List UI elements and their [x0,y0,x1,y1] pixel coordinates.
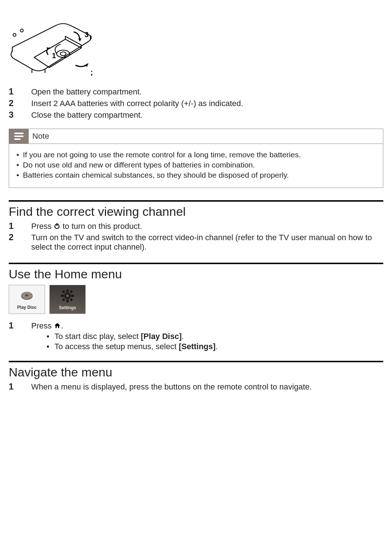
step-text: Press . [31,321,63,331]
note-text: If you are not going to use the remote c… [23,150,301,159]
note-title: Note [32,132,49,141]
svg-point-3 [20,29,23,32]
home-menu-tiles: Play Disc Settings [9,285,383,314]
battery-steps-list: 1 Open the battery compartment. 2 Insert… [9,86,383,120]
step-text-prefix: Press [31,321,54,330]
step-text-suffix: to turn on this product. [62,222,142,231]
viewing-step: 2 Turn on the TV and switch to the corre… [9,232,383,252]
note-item: • Batteries contain chemical substances,… [13,171,379,179]
note-item: • Do not use old and new or different ty… [13,161,379,169]
svg-text:3: 3 [85,31,89,39]
bullet-text: To access the setup menus, select [Setti… [54,342,218,351]
navigate-step: 1 When a menu is displayed, press the bu… [9,382,383,392]
svg-rect-15 [61,295,64,297]
step-text: Press to turn on this product. [31,222,142,231]
step-text-suffix: . [61,321,63,330]
note-header: Note [9,129,383,144]
home-sub-bullet: • To access the setup menus, select [Set… [41,342,383,351]
svg-rect-13 [66,289,69,292]
disc-icon [20,289,34,303]
svg-rect-18 [70,290,73,294]
gear-icon [60,288,75,303]
bullet-prefix: To start disc play, select [54,332,141,341]
section-title-navigate: Navigate the menu [9,365,383,379]
svg-text:2: 2 [91,69,92,76]
battery-step: 2 Insert 2 AAA batteries with correct po… [9,98,383,108]
step-text: Open the battery compartment. [31,87,142,97]
step-number: 1 [9,221,31,231]
svg-rect-19 [62,298,65,302]
svg-rect-17 [62,290,65,294]
svg-point-21 [66,294,69,297]
note-item: • If you are not going to use the remote… [13,150,379,159]
step-text: Turn on the TV and switch to the correct… [31,233,383,252]
step-number: 2 [9,98,31,108]
battery-step: 3 Close the battery compartment. [9,110,383,120]
bullet-bold: [Settings] [179,342,215,351]
step-text: Insert 2 AAA batteries with correct pola… [31,99,243,108]
tile-play-disc: Play Disc [9,285,45,314]
battery-step: 1 Open the battery compartment. [9,86,383,97]
step-number: 1 [9,320,31,331]
svg-text:1: 1 [52,52,56,60]
bullet-dot: • [13,150,23,159]
viewing-step: 1 Press to turn on this product. [9,221,383,231]
bullet-suffix: . [216,342,218,351]
svg-point-0 [57,50,70,57]
step-text-prefix: Press [31,222,54,231]
note-text: Batteries contain chemical substances, s… [23,171,289,179]
bullet-suffix: . [182,332,184,341]
bullet-dot: • [13,161,23,169]
svg-point-1 [60,52,66,56]
bullet-bold: [Play Disc] [141,332,182,341]
home-sub-bullets: • To start disc play, select [Play Disc]… [41,332,383,351]
section-divider [9,263,383,264]
svg-rect-14 [66,299,69,302]
power-icon [54,222,60,231]
home-step: 1 Press . [9,320,383,331]
home-sub-bullet: • To start disc play, select [Play Disc]… [41,332,383,341]
svg-rect-16 [71,295,74,297]
svg-point-2 [13,33,16,36]
svg-point-11 [25,294,29,296]
bullet-prefix: To access the setup menus, select [54,342,179,351]
note-body: • If you are not going to use the remote… [9,144,383,187]
note-box: Note • If you are not going to use the r… [9,129,383,188]
bullet-dot: • [13,171,23,179]
tile-label: Settings [59,305,76,310]
tile-settings: Settings [49,285,86,314]
remote-illustration: 1 2 3 [9,15,383,78]
section-title-home: Use the Home menu [9,267,383,281]
svg-rect-20 [70,298,73,302]
section-title-viewing: Find the correct viewing channel [9,205,383,219]
svg-rect-22 [57,326,58,328]
bullet-dot: • [41,342,54,351]
step-number: 2 [9,232,31,242]
step-text: When a menu is displayed, press the butt… [31,382,312,392]
bullet-text: To start disc play, select [Play Disc]. [54,332,184,341]
step-number: 1 [9,86,31,97]
section-divider [9,361,383,362]
tile-label: Play Disc [17,305,36,310]
bullet-dot: • [41,332,54,341]
step-number: 1 [9,382,31,392]
section-divider [9,200,383,202]
note-icon [9,129,29,144]
step-text: Close the battery compartment. [31,110,143,120]
note-text: Do not use old and new or different type… [23,161,255,169]
home-icon [54,322,61,331]
step-number: 3 [9,110,31,120]
